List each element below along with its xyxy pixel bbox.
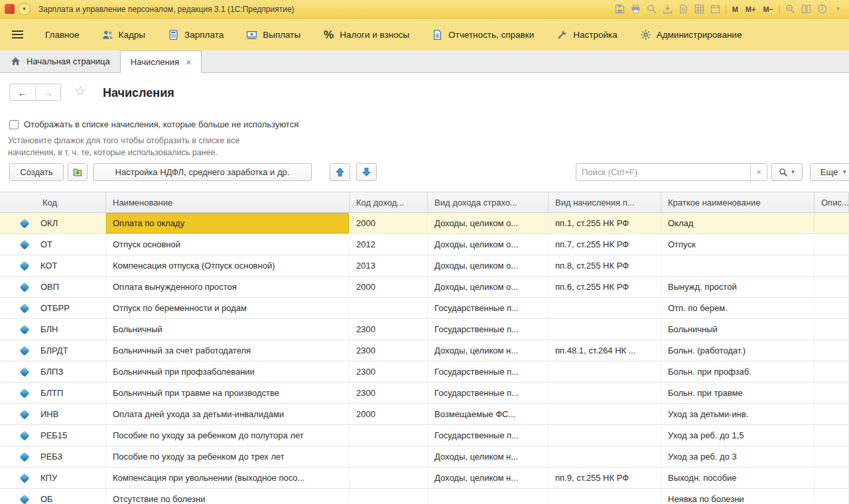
tab-nachisleniya[interactable]: Начисления ×	[120, 50, 202, 73]
save-icon[interactable]	[614, 3, 625, 15]
cell-code[interactable]: ИНВ	[0, 404, 106, 424]
cell-code[interactable]: БЛТП	[0, 383, 106, 403]
cell-short-name[interactable]: Выходн. пособие	[661, 468, 815, 488]
cell-description[interactable]	[815, 213, 849, 233]
cell-accrual-type[interactable]: пп.8, ст.255 НК РФ	[549, 255, 661, 276]
cell-income-code[interactable]	[350, 425, 428, 446]
cell-short-name[interactable]: Неявка по болезни	[661, 489, 815, 504]
cell-description[interactable]	[815, 489, 849, 504]
table-row[interactable]: ОТ Отпуск основной 2012 Доходы, целиком …	[0, 234, 849, 255]
show-unused-checkbox-row[interactable]: Отображать в списке начисления, которые …	[9, 119, 298, 129]
cell-accrual-type[interactable]: пп.6, ст.255 НК РФ	[549, 277, 661, 297]
cell-income-code[interactable]: 2000	[350, 404, 428, 424]
create-button[interactable]: Создать	[9, 163, 64, 181]
cell-code[interactable]: БЛРДТ	[0, 340, 106, 361]
cell-name[interactable]: Больничный при травме на производстве	[106, 383, 350, 403]
cell-accrual-type[interactable]	[549, 298, 661, 318]
move-down-button[interactable]	[356, 163, 377, 181]
cell-income-code[interactable]	[350, 446, 428, 467]
cell-accrual-type[interactable]	[549, 446, 661, 467]
column-header-accrual-type[interactable]: Вид начисления п...	[549, 192, 661, 212]
cell-income-type[interactable]: Доходы, целиком н...	[428, 468, 549, 488]
cell-accrual-type[interactable]: пп.1, ст.255 НК РФ	[549, 213, 661, 233]
cell-description[interactable]	[815, 446, 849, 467]
table-row[interactable]: ОТБРР Отпуск по беременности и родам Гос…	[0, 298, 849, 319]
cell-income-type[interactable]: Возмещаемые ФС...	[428, 404, 549, 424]
info-icon[interactable]	[816, 3, 828, 15]
forward-button[interactable]: →	[36, 84, 61, 100]
cell-income-code[interactable]: 2300	[350, 340, 428, 361]
cell-short-name[interactable]: Больничный	[661, 319, 815, 340]
cell-accrual-type[interactable]	[549, 489, 661, 504]
cell-income-type[interactable]: Доходы, целиком н...	[428, 340, 549, 361]
search-button[interactable]: ▼	[771, 163, 803, 181]
menu-item-zarplata[interactable]: Зарплата	[157, 19, 235, 50]
cell-description[interactable]	[815, 234, 849, 255]
cell-short-name[interactable]: Оклад	[661, 213, 815, 233]
show-unused-checkbox[interactable]	[9, 120, 19, 129]
cell-short-name[interactable]: Уход за детьми-инв.	[661, 404, 815, 424]
table-row[interactable]: БЛТП Больничный при травме на производст…	[0, 383, 849, 404]
table-row[interactable]: ОКЛ Оплата по окладу 2000 Доходы, целико…	[0, 213, 849, 234]
system-menu-button[interactable]: ▼	[18, 3, 31, 15]
chevron-down-icon[interactable]: ▼	[832, 3, 844, 15]
cell-short-name[interactable]: Больн. при травме	[661, 383, 815, 403]
table-row[interactable]: РЕБ3 Пособие по уходу за ребенком до тре…	[0, 446, 849, 468]
cell-short-name[interactable]: Отп. по берем.	[661, 298, 815, 318]
column-header-code[interactable]: Код	[0, 192, 106, 212]
cell-income-type[interactable]: Доходы, целиком о...	[428, 234, 549, 255]
table-row[interactable]: ОБ Отсутствие по болезни Неявка по болез…	[0, 489, 849, 504]
column-header-short-name[interactable]: Краткое наименование	[661, 192, 815, 212]
cell-code[interactable]: ОКЛ	[0, 213, 106, 233]
cell-accrual-type[interactable]	[549, 425, 661, 446]
table-row[interactable]: БЛРДТ Больничный за счет работодателя 23…	[0, 340, 849, 361]
cell-name[interactable]: Пособие по уходу за ребенком до трех лет	[106, 446, 350, 467]
cell-income-type[interactable]: Государственные п...	[428, 361, 549, 382]
cell-short-name[interactable]: Отпуск	[661, 234, 815, 255]
cell-accrual-type[interactable]: пп.9, ст.255 НК РФ	[549, 468, 661, 488]
zoom-in-icon[interactable]	[785, 3, 796, 15]
cell-income-type[interactable]: Доходы, целиком н...	[428, 446, 549, 467]
cell-short-name[interactable]: Уход за реб. до 3	[661, 446, 815, 467]
column-header-income-type[interactable]: Вид дохода страхо...	[428, 192, 549, 212]
split-view-icon[interactable]	[801, 3, 812, 15]
cell-income-code[interactable]: 2300	[350, 383, 428, 403]
cell-accrual-type[interactable]	[549, 383, 661, 403]
spreadsheet-icon[interactable]	[694, 3, 705, 15]
menu-item-kadry[interactable]: Кадры	[91, 19, 157, 50]
cell-income-code[interactable]: 2000	[350, 213, 428, 233]
back-button[interactable]: ←	[10, 84, 36, 100]
memory-m-minus-button[interactable]: М−	[761, 5, 775, 13]
memory-m-button[interactable]: М	[731, 5, 740, 13]
print-icon[interactable]	[630, 3, 641, 15]
cell-name[interactable]: Компенсация при увольнении (выходное пос…	[106, 468, 350, 488]
table-row[interactable]: КОТ Компенсация отпуска (Отпуск основной…	[0, 255, 849, 277]
cell-income-type[interactable]: Государственные п...	[428, 383, 549, 403]
cell-code[interactable]: ОВП	[0, 277, 106, 297]
menu-item-administrirovanie[interactable]: Администрирование	[629, 19, 753, 50]
cell-income-code[interactable]: 2300	[350, 319, 428, 340]
cell-income-code[interactable]	[350, 489, 428, 504]
cell-name[interactable]: Оплата по окладу	[106, 213, 350, 233]
cell-code[interactable]: КОТ	[0, 255, 106, 276]
calendar-icon[interactable]	[710, 3, 721, 15]
cell-name[interactable]: Оплата дней ухода за детьми-инвалидами	[106, 404, 350, 424]
hamburger-menu-icon[interactable]	[9, 28, 26, 41]
cell-short-name[interactable]	[661, 255, 815, 276]
cell-accrual-type[interactable]	[549, 361, 661, 382]
cell-income-type[interactable]: Государственные п...	[428, 319, 549, 340]
table-row[interactable]: РЕБ15 Пособие по уходу за ребенком до по…	[0, 425, 849, 446]
cell-name[interactable]: Отсутствие по болезни	[106, 489, 350, 504]
cell-description[interactable]	[815, 340, 849, 361]
cell-short-name[interactable]: Больн. при профзаб.	[661, 361, 815, 382]
more-button[interactable]: Еще ▼	[810, 163, 849, 181]
cell-description[interactable]	[815, 298, 849, 318]
menu-item-glavnoe[interactable]: Главное	[34, 19, 91, 50]
cell-income-code[interactable]	[350, 468, 428, 488]
cell-income-type[interactable]: Доходы, целиком о...	[428, 255, 549, 276]
cell-description[interactable]	[815, 404, 849, 424]
cell-income-code[interactable]	[350, 298, 428, 318]
cell-income-code[interactable]: 2012	[350, 234, 428, 255]
cell-code[interactable]: РЕБ3	[0, 446, 106, 467]
cell-short-name[interactable]: Больн. (работодат.)	[661, 340, 815, 361]
